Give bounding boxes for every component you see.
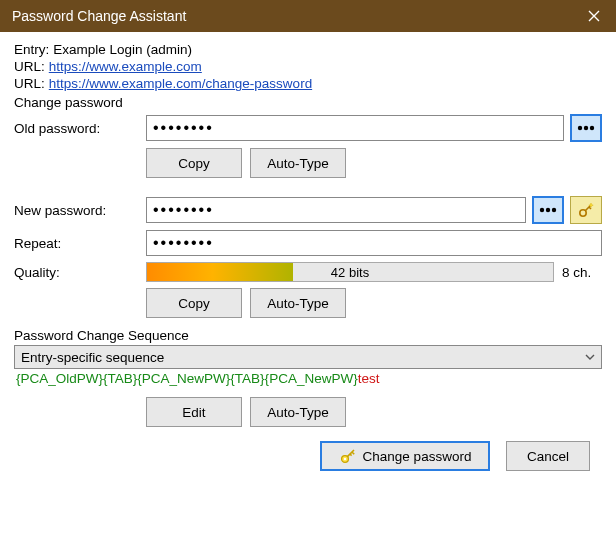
svg-point-1 (584, 126, 588, 130)
new-password-reveal-button[interactable] (532, 196, 564, 224)
quality-char-count: 8 ch. (562, 265, 602, 280)
old-password-buttons: Copy Auto-Type (146, 148, 602, 178)
old-password-autotype-button[interactable]: Auto-Type (250, 148, 346, 178)
repeat-row: Repeat: (14, 230, 602, 256)
url1-label: URL: (14, 59, 45, 74)
generate-password-button[interactable] (570, 196, 602, 224)
sequence-literal: test (358, 371, 380, 386)
quality-row: Quality: 42 bits 8 ch. (14, 262, 602, 282)
sequence-edit-button[interactable]: Edit (146, 397, 242, 427)
entry-row: Entry: Example Login (admin) (14, 42, 602, 57)
url1-row: URL: https://www.example.com (14, 59, 602, 74)
dialog-footer: Change password Cancel (14, 431, 602, 471)
quality-bits: 42 bits (147, 265, 553, 280)
svg-point-4 (546, 208, 550, 212)
repeat-label: Repeat: (14, 236, 146, 251)
old-password-label: Old password: (14, 121, 146, 136)
new-password-row: New password: (14, 196, 602, 224)
key-icon (339, 447, 357, 465)
new-password-buttons: Copy Auto-Type (146, 288, 602, 318)
sequence-autotype-button[interactable]: Auto-Type (250, 397, 346, 427)
url2-link[interactable]: https://www.example.com/change-password (49, 76, 312, 91)
sequence-display: {PCA_OldPW}{TAB}{PCA_NewPW}{TAB}{PCA_New… (14, 369, 602, 391)
change-password-label: Change password (363, 449, 472, 464)
url2-row: URL: https://www.example.com/change-pass… (14, 76, 602, 91)
titlebar: Password Change Assistant (0, 0, 616, 32)
new-password-autotype-button[interactable]: Auto-Type (250, 288, 346, 318)
entry-value: Example Login (admin) (53, 42, 192, 57)
chevron-down-icon (585, 354, 595, 360)
key-sparkle-icon (577, 201, 595, 219)
close-button[interactable] (572, 0, 616, 32)
dots-icon (539, 205, 557, 215)
sequence-dropdown-value: Entry-specific sequence (21, 350, 164, 365)
url2-label: URL: (14, 76, 45, 91)
cancel-button[interactable]: Cancel (506, 441, 590, 471)
new-password-label: New password: (14, 203, 146, 218)
old-password-reveal-button[interactable] (570, 114, 602, 142)
sequence-header: Password Change Sequence (14, 328, 602, 343)
dialog-content: Entry: Example Login (admin) URL: https:… (0, 32, 616, 485)
new-password-input[interactable] (146, 197, 526, 223)
svg-point-8 (343, 458, 345, 460)
quality-bar: 42 bits (146, 262, 554, 282)
svg-point-5 (552, 208, 556, 212)
svg-point-2 (590, 126, 594, 130)
change-password-header: Change password (14, 95, 602, 110)
entry-label: Entry: (14, 42, 49, 57)
new-password-copy-button[interactable]: Copy (146, 288, 242, 318)
old-password-row: Old password: (14, 114, 602, 142)
close-icon (588, 10, 600, 22)
change-password-button[interactable]: Change password (320, 441, 490, 471)
old-password-copy-button[interactable]: Copy (146, 148, 242, 178)
sequence-placeholders: {PCA_OldPW}{TAB}{PCA_NewPW}{TAB}{PCA_New… (16, 371, 358, 386)
sequence-buttons: Edit Auto-Type (146, 397, 602, 427)
url1-link[interactable]: https://www.example.com (49, 59, 202, 74)
svg-point-0 (578, 126, 582, 130)
svg-point-3 (540, 208, 544, 212)
dots-icon (577, 123, 595, 133)
old-password-input[interactable] (146, 115, 564, 141)
repeat-input[interactable] (146, 230, 602, 256)
quality-label: Quality: (14, 265, 146, 280)
window-title: Password Change Assistant (12, 8, 572, 24)
sequence-dropdown[interactable]: Entry-specific sequence (14, 345, 602, 369)
